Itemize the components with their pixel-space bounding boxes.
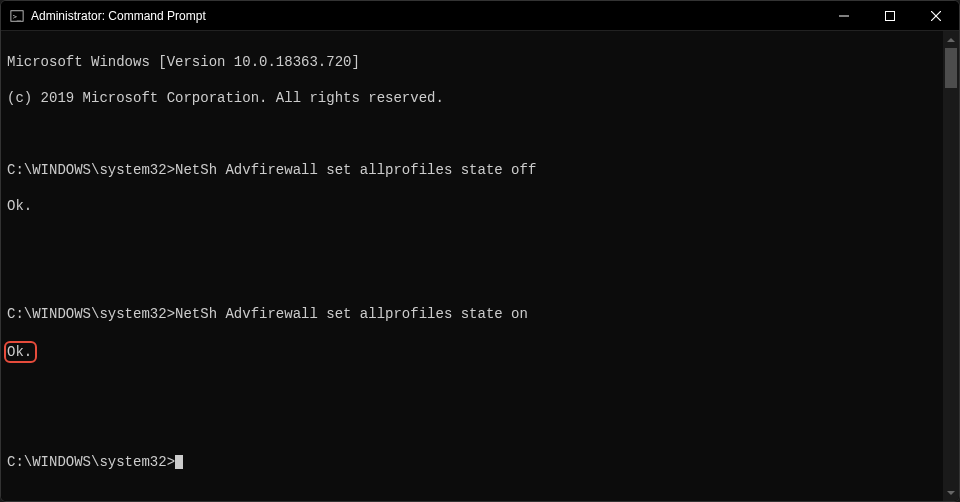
command-line-1: C:\WINDOWS\system32>NetSh Advfirewall se… bbox=[7, 161, 959, 179]
svg-marker-7 bbox=[947, 491, 955, 495]
cursor bbox=[175, 455, 183, 469]
prompt: C:\WINDOWS\system32> bbox=[7, 306, 175, 322]
scroll-up-arrow-icon[interactable] bbox=[943, 31, 959, 48]
command-text: NetSh Advfirewall set allprofiles state … bbox=[175, 306, 528, 322]
blank-line bbox=[7, 233, 959, 251]
vertical-scrollbar[interactable] bbox=[943, 31, 959, 501]
prompt: C:\WINDOWS\system32> bbox=[7, 162, 175, 178]
window-controls bbox=[821, 1, 959, 30]
maximize-button[interactable] bbox=[867, 1, 913, 30]
command-line-2: C:\WINDOWS\system32>NetSh Advfirewall se… bbox=[7, 305, 959, 323]
current-prompt-line: C:\WINDOWS\system32> bbox=[7, 453, 959, 471]
blank-line bbox=[7, 417, 959, 435]
scrollbar-thumb[interactable] bbox=[945, 48, 957, 88]
titlebar[interactable]: >_ Administrator: Command Prompt bbox=[1, 1, 959, 31]
svg-rect-3 bbox=[886, 11, 895, 20]
window-title: Administrator: Command Prompt bbox=[31, 9, 821, 23]
terminal-content: Microsoft Windows [Version 10.0.18363.72… bbox=[7, 35, 959, 501]
result-line-2: Ok. bbox=[7, 341, 959, 363]
minimize-button[interactable] bbox=[821, 1, 867, 30]
cmd-icon: >_ bbox=[9, 8, 25, 24]
highlight-annotation: Ok. bbox=[4, 341, 37, 363]
svg-marker-6 bbox=[947, 38, 955, 42]
blank-line bbox=[7, 125, 959, 143]
command-prompt-window: >_ Administrator: Command Prompt Microso… bbox=[0, 0, 960, 502]
close-button[interactable] bbox=[913, 1, 959, 30]
terminal-body[interactable]: Microsoft Windows [Version 10.0.18363.72… bbox=[1, 31, 959, 501]
result-line-1: Ok. bbox=[7, 197, 959, 215]
svg-text:>_: >_ bbox=[13, 12, 22, 20]
blank-line bbox=[7, 269, 959, 287]
scroll-down-arrow-icon[interactable] bbox=[943, 484, 959, 501]
command-text: NetSh Advfirewall set allprofiles state … bbox=[175, 162, 536, 178]
version-line: Microsoft Windows [Version 10.0.18363.72… bbox=[7, 53, 959, 71]
scrollbar-track[interactable] bbox=[943, 48, 959, 484]
copyright-line: (c) 2019 Microsoft Corporation. All righ… bbox=[7, 89, 959, 107]
prompt: C:\WINDOWS\system32> bbox=[7, 454, 175, 470]
blank-line bbox=[7, 381, 959, 399]
